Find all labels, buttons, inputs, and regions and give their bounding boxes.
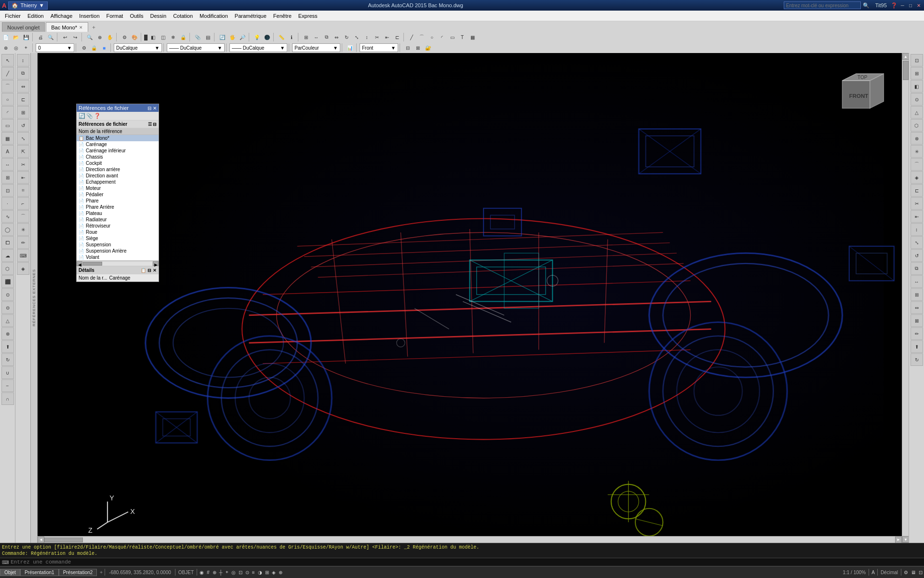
layer-lock-button[interactable]: 🔒 <box>178 32 188 42</box>
right-tool-8[interactable]: ✳ <box>911 145 923 158</box>
settings-icon[interactable]: ⚙ <box>902 570 910 575</box>
tool-break[interactable]: ⌗ <box>17 184 29 197</box>
help-panel-icon[interactable]: ❓ <box>94 113 101 119</box>
tab-objet[interactable]: Objet <box>0 569 20 576</box>
tool-rotate2[interactable]: ↺ <box>17 119 29 132</box>
ref-item-chassis[interactable]: 📄 Chassis <box>77 154 159 160</box>
tool-extrude[interactable]: ⬆ <box>1 340 14 353</box>
ref-item-carenage[interactable]: 📄 Carénage <box>77 141 159 148</box>
tool-region[interactable]: ⧠ <box>1 236 14 249</box>
section-icon-list[interactable]: ☰ <box>148 122 152 127</box>
lineweight-icon[interactable]: ≡ <box>251 570 256 575</box>
stretch-button[interactable]: ↕ <box>362 32 372 42</box>
color-dropdown-2[interactable]: ParCouleur ▼ <box>292 43 340 52</box>
right-tool-18[interactable]: ↔ <box>911 275 923 288</box>
right-tool-9[interactable]: ⌒ <box>911 158 923 171</box>
redo-button[interactable]: ↪ <box>70 32 80 42</box>
color-icon[interactable]: ■ <box>99 43 109 53</box>
tool-hatch[interactable]: ▦ <box>1 132 14 145</box>
attach-icon[interactable]: 📎 <box>86 113 93 119</box>
tool-cone[interactable]: △ <box>1 314 14 327</box>
new-button[interactable]: 📄 <box>1 32 11 42</box>
viewport-lock-button[interactable]: 🔐 <box>423 43 433 53</box>
tool-explode[interactable]: ✳ <box>17 223 29 236</box>
tool-polyline[interactable]: ⌒ <box>1 80 14 93</box>
tool-offset2[interactable]: ⊏ <box>17 93 29 106</box>
3d-obj-snap-icon[interactable]: ◈ <box>270 570 277 575</box>
tool-revolve[interactable]: ↻ <box>1 353 14 366</box>
right-tool-24[interactable]: ↻ <box>911 353 923 366</box>
right-tool-21[interactable]: ⊠ <box>911 314 923 327</box>
tool-grips[interactable]: ◈ <box>17 262 29 275</box>
array-button[interactable]: ⊞ <box>301 32 311 42</box>
ref-item-roue[interactable]: 📄 Roue <box>77 229 159 235</box>
tool-trim2[interactable]: ✂ <box>17 158 29 171</box>
tool-box[interactable]: ⬛ <box>1 275 14 288</box>
right-tool-5[interactable]: △ <box>911 106 923 119</box>
circle-button[interactable]: ○ <box>427 32 437 42</box>
panel-icon-1[interactable]: ⊟ <box>147 106 151 111</box>
dynucs-icon[interactable]: ⊕ <box>277 570 284 575</box>
right-tool-14[interactable]: ↕ <box>911 223 923 236</box>
polyline-button[interactable]: ⌒ <box>417 32 427 42</box>
ref-item-direction-arriere[interactable]: 📄 Direction arrière <box>77 166 159 173</box>
panel-hscrollbar[interactable]: ◄ ► <box>77 260 159 266</box>
right-tool-22[interactable]: ✏ <box>911 327 923 340</box>
tool-insert[interactable]: ⊡ <box>1 184 14 197</box>
tool-spline[interactable]: ∿ <box>1 210 14 223</box>
matchprop-button[interactable]: 🎨 <box>130 32 139 42</box>
sel-cycle-icon[interactable]: ⊞ <box>264 570 270 575</box>
tool-stretch2[interactable]: ⇱ <box>17 145 29 158</box>
menu-cotation[interactable]: Cotation <box>170 12 196 20</box>
tool-copy2[interactable]: ⧉ <box>17 67 29 80</box>
measure-button[interactable]: 📏 <box>277 32 286 42</box>
right-tool-12[interactable]: ✂ <box>911 197 923 210</box>
linetype-dropdown[interactable]: —— DuCalque ▼ <box>167 43 225 52</box>
ref-item-phare[interactable]: 📄 Phare <box>77 198 159 204</box>
tool-circle[interactable]: ○ <box>1 93 14 106</box>
tool-fillet[interactable]: ⌒ <box>17 210 29 223</box>
3d-zoom-button[interactable]: 🔎 <box>238 32 247 42</box>
hscroll-track-main[interactable] <box>44 537 895 543</box>
move-button[interactable]: ↔ <box>311 32 321 42</box>
tool-cylinder[interactable]: ⊝ <box>1 301 14 314</box>
tab-add-layout[interactable]: ＋ <box>99 569 104 576</box>
layer-button[interactable]: ◧ <box>148 32 158 42</box>
ref-item-plateau[interactable]: 📄 Plateau <box>77 210 159 216</box>
snap-icon[interactable]: ⊕ <box>211 570 218 575</box>
ortho-icon[interactable]: ┼ <box>218 570 224 575</box>
ref-item-retroviseur[interactable]: 📄 Rétroviseur <box>77 223 159 229</box>
osnap-button[interactable]: ◎ <box>11 43 21 53</box>
tool-scale2[interactable]: ⤡ <box>17 132 29 145</box>
3d-pan-button[interactable]: 🖐 <box>228 32 237 42</box>
clean-screen-icon[interactable]: ⊡ <box>917 570 924 575</box>
text-button[interactable]: T <box>457 32 467 42</box>
hscroll-right-arrow[interactable]: ► <box>895 537 902 543</box>
menu-express[interactable]: Express <box>295 12 321 20</box>
refresh-icon[interactable]: 🔄 <box>79 113 85 119</box>
tab-bac-mono[interactable]: Bac Mono* ✕ <box>46 22 88 32</box>
zoom-window-button[interactable]: 🔍 <box>85 32 94 42</box>
copy-button[interactable]: ⧉ <box>321 32 331 42</box>
plot-style-button[interactable]: 📊 <box>345 43 355 53</box>
tool-torus[interactable]: ⊗ <box>1 327 14 340</box>
viewport-button[interactable]: ⊟ <box>403 43 413 53</box>
right-tool-13[interactable]: ⇤ <box>911 210 923 223</box>
right-tool-10[interactable]: ◈ <box>911 171 923 184</box>
lock-icon[interactable]: 🔒 <box>89 43 99 53</box>
transparency-icon[interactable]: ◑ <box>256 570 264 575</box>
ref-item-moteur[interactable]: 📄 Moteur <box>77 185 159 191</box>
tool-intersect[interactable]: ∩ <box>1 392 14 405</box>
right-tool-16[interactable]: ↺ <box>911 249 923 262</box>
tool-line[interactable]: ╱ <box>1 67 14 80</box>
tool-extend2[interactable]: ⇤ <box>17 171 29 184</box>
tool-subtract[interactable]: − <box>1 379 14 392</box>
tool-array2[interactable]: ⊞ <box>17 106 29 119</box>
open-button[interactable]: 📂 <box>11 32 21 42</box>
tool-dim[interactable]: ↔ <box>1 158 14 171</box>
details-icon-2[interactable]: ⊟ <box>147 268 151 273</box>
tool-chamfer[interactable]: ⌐ <box>17 197 29 210</box>
right-tool-1[interactable]: ⊡ <box>911 54 923 67</box>
tool-union[interactable]: ∪ <box>1 366 14 379</box>
tool-sphere[interactable]: ⊙ <box>1 288 14 301</box>
